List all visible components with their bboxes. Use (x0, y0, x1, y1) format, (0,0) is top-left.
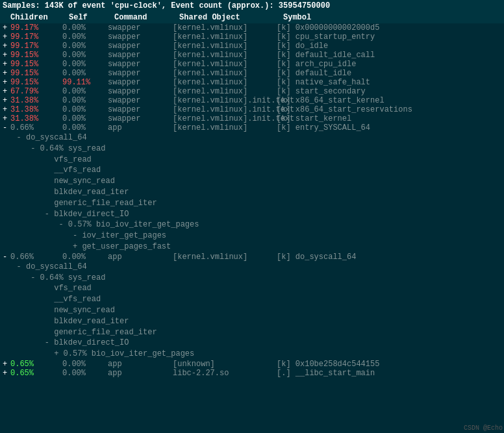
col-header-self: Self (69, 13, 114, 22)
table-row[interactable]: +99.17%0.00%swapper[kernel.vmlinux][k] d… (0, 42, 504, 51)
table-row[interactable]: +0.65%0.00%app[unknown][k] 0x10be258d4c5… (0, 360, 504, 369)
cell-command: app (108, 123, 173, 132)
table-row[interactable]: +99.17%0.00%swapper[kernel.vmlinux][k] c… (0, 32, 504, 42)
call-tree-line: - do_syscall_64 (3, 132, 501, 143)
table-row[interactable]: +31.38%0.00%swapper[kernel.vmlinux].init… (0, 96, 504, 105)
cell-command: swapper (108, 51, 173, 60)
cell-command: swapper (108, 23, 173, 32)
cell-shared: [kernel.vmlinux] (173, 32, 277, 42)
cell-shared: [unknown] (173, 360, 277, 369)
expand-icon[interactable]: + (3, 60, 10, 69)
cell-self: 99.11% (62, 78, 108, 87)
col-header-shared: Shared Object (179, 13, 283, 22)
cell-children: 31.38% (10, 96, 62, 105)
cell-command: app (108, 253, 173, 262)
table-row[interactable]: +0.65%0.00%applibc-2.27.so[.] __libc_sta… (0, 369, 504, 378)
table-row[interactable]: +99.15%0.00%swapper[kernel.vmlinux][k] a… (0, 60, 504, 69)
column-headers: Children Self Command Shared Object Symb… (0, 12, 504, 23)
cell-symbol: [k] arch_cpu_idle (277, 60, 501, 69)
expand-icon[interactable]: + (3, 114, 10, 123)
expand-icon[interactable]: + (3, 51, 10, 60)
cell-self: 0.00% (62, 51, 108, 60)
cell-command: swapper (108, 114, 173, 123)
table-row[interactable]: -0.66%0.00%app[kernel.vmlinux][k] entry_… (0, 123, 504, 132)
cell-children: 99.15% (10, 69, 62, 78)
call-tree-line: - do_syscall_64 (3, 262, 501, 273)
table-row[interactable]: +99.15%0.00%swapper[kernel.vmlinux][k] d… (0, 69, 504, 78)
expanded-block-1: - do_syscall_64 - 0.64% sys_read vfs_rea… (0, 132, 504, 253)
call-tree-line: __vfs_read (3, 165, 501, 176)
cell-self: 0.00% (62, 60, 108, 69)
expand-icon[interactable]: + (3, 23, 10, 32)
cell-command: swapper (108, 105, 173, 114)
cell-shared: [kernel.vmlinux] (173, 69, 277, 78)
expand-icon[interactable]: + (3, 42, 10, 51)
cell-self: 0.00% (62, 123, 108, 132)
cell-command: swapper (108, 32, 173, 42)
call-tree-line: - 0.64% sys_read (3, 273, 501, 284)
expand-icon[interactable]: + (3, 69, 10, 78)
call-tree-line: - blkdev_direct_IO (3, 209, 501, 220)
cell-command: swapper (108, 69, 173, 78)
cell-children: 31.38% (10, 114, 62, 123)
header-line: Samples: 143K of event 'cpu-clock', Even… (0, 0, 504, 12)
cell-symbol: [k] x86_64_start_reservations (277, 105, 501, 114)
cell-children: 31.38% (10, 105, 62, 114)
table-row[interactable]: +31.38%0.00%swapper[kernel.vmlinux].init… (0, 114, 504, 123)
table-row[interactable]: +99.15%99.11%swapper[kernel.vmlinux][k] … (0, 78, 504, 87)
cell-shared: [kernel.vmlinux] (173, 78, 277, 87)
table-row[interactable]: +99.15%0.00%swapper[kernel.vmlinux][k] d… (0, 51, 504, 60)
col-header-command: Command (114, 13, 179, 22)
expand-icon[interactable]: + (3, 369, 10, 378)
cell-children: 0.65% (10, 369, 62, 378)
cell-symbol: [k] entry_SYSCALL_64 (277, 123, 501, 132)
cell-self: 0.00% (62, 87, 108, 96)
cell-self: 0.00% (62, 253, 108, 262)
expand-icon[interactable]: + (3, 32, 10, 42)
cell-shared: [kernel.vmlinux] (173, 123, 277, 132)
cell-self: 0.00% (62, 96, 108, 105)
cell-children: 99.17% (10, 32, 62, 42)
expand-icon[interactable]: + (3, 78, 10, 87)
expand-icon[interactable]: - (3, 253, 10, 262)
cell-children: 99.17% (10, 23, 62, 32)
cell-command: swapper (108, 78, 173, 87)
expand-icon[interactable]: - (3, 123, 10, 132)
table-row[interactable]: +99.17%0.00%swapper[kernel.vmlinux][k] 0… (0, 23, 504, 32)
cell-symbol: [k] start_secondary (277, 87, 501, 96)
call-tree-line: blkdev_read_iter (3, 187, 501, 198)
cell-shared: libc-2.27.so (173, 369, 277, 378)
expand-icon[interactable]: + (3, 105, 10, 114)
cell-children: 99.15% (10, 60, 62, 69)
cell-shared: [kernel.vmlinux] (173, 42, 277, 51)
table-row[interactable]: +31.38%0.00%swapper[kernel.vmlinux].init… (0, 105, 504, 114)
cell-shared: [kernel.vmlinux] (173, 51, 277, 60)
cell-children: 99.17% (10, 42, 62, 51)
cell-command: app (108, 369, 173, 378)
cell-command: swapper (108, 87, 173, 96)
cell-shared: [kernel.vmlinux].init.text (173, 105, 277, 114)
expand-icon[interactable]: + (3, 96, 10, 105)
cell-symbol: [k] default_idle_call (277, 51, 501, 60)
call-tree-line: generic_file_read_iter (3, 198, 501, 209)
col-header-symbol: Symbol (283, 13, 501, 22)
expand-icon[interactable]: + (3, 360, 10, 369)
cell-symbol: [k] do_syscall_64 (277, 253, 501, 262)
cell-command: swapper (108, 42, 173, 51)
call-tree-line: + get_user_pages_fast (3, 241, 501, 253)
cell-children: 0.66% (10, 123, 62, 132)
call-tree-line: - iov_iter_get_pages (3, 230, 501, 241)
call-tree-line: - 0.57% bio_iov_iter_get_pages (3, 219, 501, 230)
cell-children: 99.15% (10, 78, 62, 87)
call-tree-line: new_sync_read (3, 305, 501, 316)
cell-symbol: [k] start_kernel (277, 114, 501, 123)
table-row[interactable]: +67.79%0.00%swapper[kernel.vmlinux][k] s… (0, 87, 504, 96)
cell-self: 0.00% (62, 369, 108, 378)
cell-shared: [kernel.vmlinux] (173, 60, 277, 69)
cell-children: 67.79% (10, 87, 62, 96)
cell-symbol: [k] do_idle (277, 42, 501, 51)
expand-icon[interactable]: + (3, 87, 10, 96)
cell-self: 0.00% (62, 105, 108, 114)
row-second-066[interactable]: -0.66%0.00%app[kernel.vmlinux][k] do_sys… (0, 253, 504, 262)
cell-symbol: [k] 0x10be258d4c544155 (277, 360, 501, 369)
